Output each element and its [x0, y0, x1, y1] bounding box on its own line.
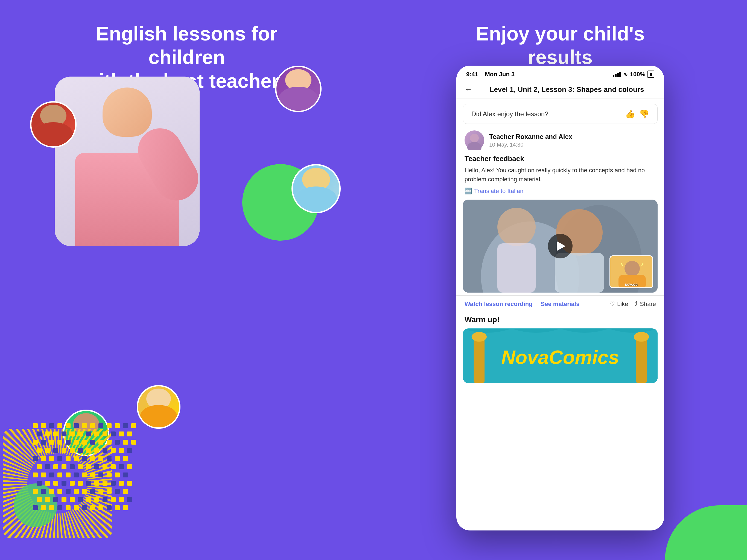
- svg-rect-115: [61, 497, 67, 502]
- svg-rect-42: [53, 448, 58, 453]
- heart-icon: ♡: [610, 301, 615, 308]
- svg-rect-21: [86, 432, 91, 436]
- status-time: 9:41 Mon Jun 3: [466, 71, 515, 78]
- svg-rect-116: [70, 497, 75, 502]
- confetti-decoration: [33, 423, 137, 516]
- svg-rect-18: [61, 432, 67, 436]
- svg-rect-132: [98, 505, 103, 510]
- thumbs-up-icon[interactable]: 👍: [625, 109, 635, 119]
- svg-rect-82: [82, 473, 87, 478]
- right-panel: Enjoy your child's results 9:41 Mon Jun …: [374, 0, 747, 560]
- svg-rect-33: [82, 440, 87, 444]
- svg-point-154: [634, 332, 649, 342]
- svg-rect-43: [61, 448, 67, 453]
- signal-icon: [613, 72, 621, 77]
- svg-rect-87: [123, 473, 128, 478]
- svg-rect-81: [74, 473, 79, 478]
- lesson-title: Level 1, Unit 2, Lesson 3: Shapes and co…: [478, 85, 656, 94]
- svg-rect-123: [127, 497, 132, 502]
- back-button[interactable]: ←: [465, 85, 472, 94]
- svg-rect-15: [37, 432, 42, 436]
- avatar-boy: [291, 164, 341, 213]
- warm-up-title: Warm up!: [456, 312, 664, 328]
- svg-rect-80: [66, 473, 71, 478]
- svg-rect-54: [49, 456, 54, 461]
- avatar-bald-man: [30, 101, 77, 148]
- play-icon: [557, 241, 565, 251]
- svg-rect-35: [98, 440, 103, 444]
- phone-mockup: 9:41 Mon Jun 3 ∿ 100% ▮ ← Level 1, Unit …: [456, 66, 664, 531]
- svg-rect-120: [103, 497, 107, 502]
- teacher-avatar: [465, 130, 484, 150]
- svg-rect-88: [37, 481, 42, 486]
- svg-rect-121: [111, 497, 115, 502]
- svg-rect-37: [115, 440, 120, 444]
- like-button[interactable]: ♡ Like: [610, 301, 628, 308]
- thumbs-down-icon[interactable]: 👎: [639, 109, 649, 119]
- svg-rect-125: [41, 505, 46, 510]
- svg-rect-68: [70, 464, 75, 469]
- wifi-icon: ∿: [623, 71, 628, 78]
- svg-rect-11: [107, 423, 111, 428]
- svg-point-152: [472, 332, 487, 342]
- right-title: Enjoy your child's results: [476, 22, 644, 69]
- svg-rect-7: [74, 423, 79, 428]
- svg-rect-98: [119, 481, 124, 486]
- battery-icon: ▮: [647, 71, 654, 78]
- svg-rect-12: [115, 423, 120, 428]
- svg-rect-74: [119, 464, 124, 469]
- teacher-thumbnail: NOVAKID: [610, 255, 653, 288]
- svg-rect-57: [74, 456, 79, 461]
- svg-rect-85: [107, 473, 111, 478]
- feedback-question: Did Alex enjoy the lesson?: [471, 110, 548, 118]
- svg-rect-5: [57, 423, 62, 428]
- svg-rect-133: [107, 505, 111, 510]
- svg-rect-44: [70, 448, 75, 453]
- nova-comics-banner[interactable]: NovaComics: [463, 328, 658, 383]
- translate-link[interactable]: 🔤 Translate to Italian: [456, 187, 664, 195]
- video-actions-bar: Watch lesson recording See materials ♡ L…: [456, 295, 664, 312]
- svg-rect-45: [78, 448, 83, 453]
- svg-rect-40: [37, 448, 42, 453]
- share-icon: ⤴: [635, 301, 638, 308]
- svg-rect-94: [86, 481, 91, 486]
- left-panel: English lessons for children with the be…: [0, 0, 374, 560]
- svg-rect-103: [57, 489, 62, 494]
- svg-rect-6: [66, 423, 71, 428]
- svg-rect-32: [74, 440, 79, 444]
- svg-rect-93: [78, 481, 83, 486]
- svg-rect-50: [119, 448, 124, 453]
- svg-rect-128: [66, 505, 71, 510]
- svg-rect-19: [70, 432, 75, 436]
- svg-rect-24: [111, 432, 115, 436]
- svg-rect-60: [98, 456, 103, 461]
- svg-rect-91: [61, 481, 67, 486]
- share-button[interactable]: ⤴ Share: [635, 301, 656, 308]
- svg-rect-113: [45, 497, 50, 502]
- svg-rect-52: [33, 456, 38, 461]
- play-button[interactable]: [548, 234, 572, 258]
- svg-rect-104: [66, 489, 71, 494]
- status-right-icons: ∿ 100% ▮: [613, 71, 654, 78]
- teacher-silhouette: [55, 77, 200, 246]
- svg-rect-14: [131, 423, 136, 428]
- avatar-girl-top: [275, 66, 321, 112]
- svg-rect-126: [49, 505, 54, 510]
- svg-rect-4: [49, 423, 54, 428]
- svg-rect-92: [70, 481, 75, 486]
- see-materials-link[interactable]: See materials: [541, 301, 579, 308]
- watch-recording-link[interactable]: Watch lesson recording: [465, 301, 533, 308]
- svg-rect-124: [33, 505, 38, 510]
- video-player[interactable]: NOVAKID: [463, 200, 658, 292]
- svg-rect-108: [98, 489, 103, 494]
- svg-rect-41: [45, 448, 50, 453]
- teacher-feedback-title: Teacher feedback: [456, 154, 664, 163]
- green-curve-decoration: [665, 505, 747, 560]
- svg-rect-62: [115, 456, 120, 461]
- svg-rect-17: [53, 432, 58, 436]
- svg-rect-119: [94, 497, 99, 502]
- svg-rect-64: [37, 464, 42, 469]
- status-bar: 9:41 Mon Jun 3 ∿ 100% ▮: [456, 66, 664, 81]
- svg-rect-129: [74, 505, 79, 510]
- svg-rect-97: [111, 481, 115, 486]
